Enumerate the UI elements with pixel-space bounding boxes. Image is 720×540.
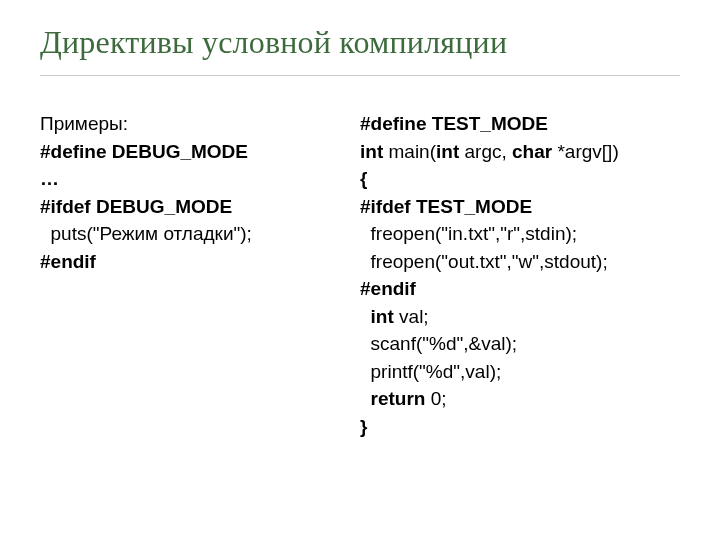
code-line: #endif: [40, 248, 340, 276]
code-line: return 0;: [360, 385, 680, 413]
code-line: #endif: [360, 275, 680, 303]
slide: Директивы условной компиляции Примеры: #…: [0, 0, 720, 540]
code-line: …: [40, 165, 340, 193]
code-line: puts("Режим отладки");: [40, 220, 340, 248]
code-line: int val;: [360, 303, 680, 331]
code-token: 0;: [425, 388, 446, 409]
code-line: scanf("%d",&val);: [360, 330, 680, 358]
code-line: {: [360, 165, 680, 193]
code-token: #define TEST_MODE: [360, 113, 548, 134]
right-column: #define TEST_MODE int main(int argc, cha…: [360, 110, 680, 441]
code-line: freopen("out.txt","w",stdout);: [360, 248, 680, 276]
columns: Примеры: #define DEBUG_MODE … #ifdef DEB…: [40, 110, 680, 441]
code-token: int: [436, 141, 459, 162]
code-line: freopen("in.txt","r",stdin);: [360, 220, 680, 248]
text-line: Примеры:: [40, 110, 340, 138]
code-line: #define DEBUG_MODE: [40, 138, 340, 166]
code-line: #ifdef TEST_MODE: [360, 193, 680, 221]
code-line: #define TEST_MODE: [360, 110, 680, 138]
page-title: Директивы условной компиляции: [40, 24, 680, 76]
code-token: main(: [383, 141, 436, 162]
code-token: argc,: [459, 141, 512, 162]
code-line: printf("%d",val);: [360, 358, 680, 386]
code-token: char: [512, 141, 552, 162]
code-line: int main(int argc, char *argv[]): [360, 138, 680, 166]
code-line: }: [360, 413, 680, 441]
code-token: *argv[]): [552, 141, 619, 162]
code-token: return: [360, 388, 425, 409]
code-token: val;: [394, 306, 429, 327]
code-line: #ifdef DEBUG_MODE: [40, 193, 340, 221]
code-token: int: [360, 306, 394, 327]
left-column: Примеры: #define DEBUG_MODE … #ifdef DEB…: [40, 110, 340, 441]
code-token: int: [360, 141, 383, 162]
